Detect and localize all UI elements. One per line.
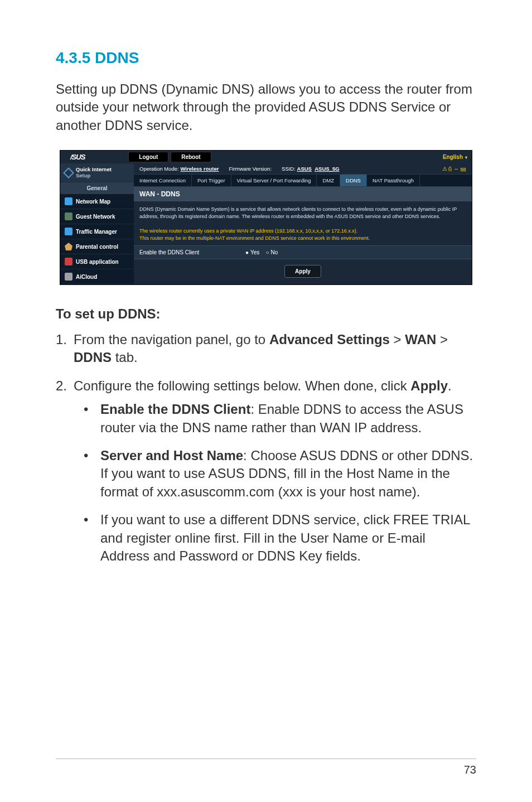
cloud-icon	[65, 273, 72, 281]
parental-control-icon	[65, 243, 72, 250]
radio-yes[interactable]	[245, 249, 250, 255]
traffic-manager-icon	[65, 228, 72, 235]
tab-ddns[interactable]: DDNS	[340, 175, 367, 186]
sidebar: Quick Internet Setup General Network Map…	[60, 163, 134, 284]
bullet-other-service: If you want to use a different DDNS serv…	[78, 511, 476, 565]
bullet-enable-ddns: Enable the DDNS Client: Enable DDNS to a…	[78, 400, 476, 437]
guest-network-icon	[65, 212, 72, 220]
tab-dmz[interactable]: DMZ	[317, 175, 340, 186]
logout-button[interactable]: Logout	[128, 152, 168, 162]
radio-no[interactable]	[266, 249, 271, 255]
asus-logo: /SUS	[60, 151, 95, 163]
tab-internet-connection[interactable]: Internet Connection	[134, 175, 192, 186]
bullet-server-hostname: Server and Host Name: Choose ASUS DDNS o…	[78, 447, 476, 501]
sidebar-item-guest-network[interactable]: Guest Network	[60, 209, 134, 224]
sidebar-item-parental-control[interactable]: Parental control	[60, 239, 134, 254]
sidebar-heading-general: General	[60, 182, 134, 194]
section-title: 4.3.5 DDNS	[56, 49, 476, 67]
sidebar-item-aicloud[interactable]: AiCloud	[60, 269, 134, 284]
network-map-icon	[65, 197, 72, 205]
status-icons: ⚠ ⎙ ↔ 🖴	[442, 166, 466, 172]
panel-warning: The wireless router currently uses a pri…	[134, 224, 472, 245]
tab-port-trigger[interactable]: Port Trigger	[192, 175, 231, 186]
ssid-link-2[interactable]: ASUS_5G	[315, 166, 339, 172]
sidebar-item-usb-application[interactable]: USB application	[60, 254, 134, 269]
enable-ddns-row: Enable the DDNS Client Yes No	[134, 245, 472, 259]
language-selector[interactable]: English	[443, 154, 472, 160]
reboot-button[interactable]: Reboot	[171, 152, 211, 162]
sidebar-item-traffic-manager[interactable]: Traffic Manager	[60, 224, 134, 239]
router-screenshot: /SUS Logout Reboot English Quick Interne…	[60, 150, 472, 285]
wand-icon	[63, 167, 74, 178]
usb-icon	[65, 258, 72, 265]
step-1: From the navigation panel, go to Advance…	[56, 331, 476, 367]
tab-virtual-server[interactable]: Virtual Server / Port Forwarding	[231, 175, 317, 186]
panel-description: DDNS (Dynamic Domain Name System) is a s…	[134, 201, 472, 224]
instruction-steps: From the navigation panel, go to Advance…	[56, 331, 476, 565]
intro-paragraph: Setting up DDNS (Dynamic DNS) allows you…	[56, 80, 476, 134]
panel-title: WAN - DDNS	[134, 187, 472, 201]
tab-nat-passthrough[interactable]: NAT Passthrough	[367, 175, 420, 186]
apply-button[interactable]: Apply	[284, 265, 321, 278]
step-2: Configure the following settings below. …	[56, 377, 476, 566]
sidebar-item-network-map[interactable]: Network Map	[60, 194, 134, 209]
instructions-heading: To set up DDNS:	[56, 306, 476, 322]
ssid-link-1[interactable]: ASUS	[297, 166, 312, 172]
page-footer: 73	[56, 758, 476, 776]
sidebar-quick-setup[interactable]: Quick Internet Setup	[60, 163, 134, 182]
info-bar: Operation Mode: Wireless router Firmware…	[134, 163, 472, 174]
operation-mode-link[interactable]: Wireless router	[180, 166, 219, 172]
page-number: 73	[464, 764, 476, 776]
